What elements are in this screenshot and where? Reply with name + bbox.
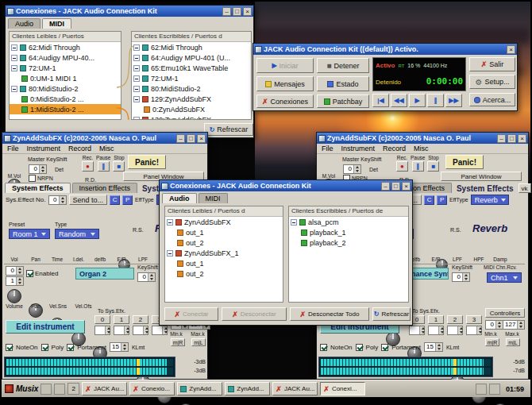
sys-efx-amount-spinner[interactable] <box>133 326 148 335</box>
file-manager-icon[interactable] <box>54 384 65 395</box>
tree-item[interactable]: out_1 <box>165 258 283 268</box>
panic-button[interactable]: Panic! <box>445 155 484 169</box>
maximize-button[interactable]: □ <box>391 182 400 191</box>
tree-item[interactable]: ZynAddSubFX_1 <box>165 248 283 258</box>
virtual-keyboard-button[interactable]: vk <box>519 183 531 193</box>
collapse-icon[interactable] <box>291 219 297 226</box>
tab-midi[interactable]: MIDI <box>42 18 71 29</box>
sys-efx-button[interactable]: 0 <box>94 315 110 324</box>
refresh-button[interactable]: ↻Refrescar <box>204 123 253 136</box>
sys-effect-no-spinner[interactable]: 0 <box>48 195 67 205</box>
menu-record[interactable]: Record <box>383 145 406 152</box>
stop-button[interactable]: ■ <box>113 161 125 172</box>
menu-misc[interactable]: Misc <box>99 145 114 152</box>
collapse-icon[interactable] <box>133 65 140 71</box>
efftype-dropdown[interactable]: Reverb <box>471 195 509 205</box>
tree-item[interactable]: 0:ZynAddSubFX <box>132 104 251 114</box>
volume-icon[interactable] <box>476 384 487 395</box>
collapse-icon[interactable] <box>11 55 17 61</box>
sys-efx-amount-spinner[interactable] <box>152 326 168 335</box>
connections-button[interactable]: ✗Conexiones <box>256 94 314 108</box>
collapse-icon[interactable] <box>133 96 140 102</box>
tree-item[interactable]: out_1 <box>165 227 283 237</box>
setup-button[interactable]: ⚙Setup... <box>469 75 515 89</box>
tree-item[interactable]: 64:Audigy MPU-401 (U... <box>132 52 251 63</box>
pause-button[interactable]: ∥ <box>412 161 424 172</box>
min-key-set-button[interactable]: m|R <box>171 338 185 346</box>
menu-instrument[interactable]: Instrument <box>27 145 61 152</box>
max-key-set-button[interactable]: m|L <box>506 338 520 346</box>
musix-logo-icon[interactable] <box>5 384 13 393</box>
minimize-button[interactable]: – <box>381 182 390 191</box>
taskbar-item-connections-active[interactable]: ✗Conexi... <box>320 382 365 395</box>
sys-efx-amount-spinner[interactable] <box>409 326 425 335</box>
menu-file[interactable]: File <box>7 145 19 152</box>
tree-item[interactable]: ZynAddSubFX <box>165 217 283 227</box>
nrpn-checkbox[interactable] <box>29 175 36 182</box>
stop-button[interactable]: ■ <box>427 161 439 172</box>
fx-knob[interactable] <box>7 289 21 303</box>
tree-item[interactable]: alsa_pcm <box>289 217 408 227</box>
master-keyshift-spinner[interactable]: 0 <box>343 164 361 174</box>
minimize-button[interactable]: – <box>497 134 506 143</box>
enabled-checkbox[interactable] <box>26 270 33 277</box>
instrument-name-button[interactable]: Organ 2 <box>75 268 134 280</box>
key-limit-spinner[interactable]: 15 <box>424 342 443 352</box>
start-button[interactable]: ▶Iniciar <box>256 58 314 73</box>
workspace-pager[interactable]: 2 <box>67 383 79 395</box>
sys-efx-button[interactable]: 2 <box>447 315 463 324</box>
titlebar[interactable]: ZynAddSubFX (c)2002-2005 Nasca O. Paul –… <box>317 133 528 144</box>
tree-item[interactable]: 62:Midi Through <box>10 42 121 52</box>
patchbay-button[interactable]: Patchbay <box>317 94 369 108</box>
rewind-button[interactable]: ◀◀ <box>391 94 407 107</box>
tree-item[interactable]: 80:MidiStudio-2 <box>132 83 251 94</box>
sys-efx-button[interactable]: 3 <box>466 315 482 324</box>
sys-efx-amount-spinner[interactable] <box>466 326 482 335</box>
play-button[interactable]: ▶ <box>409 94 426 107</box>
titlebar[interactable]: JACK Audio Connection Kit ((default)) Ac… <box>253 44 517 55</box>
sys-efx-amount-spinner[interactable] <box>94 326 110 335</box>
show-desktop-icon[interactable] <box>40 384 52 395</box>
pause-button[interactable]: ∥ <box>427 94 444 107</box>
tree-item[interactable]: 130:ZynAddSubFX <box>132 114 251 120</box>
taskbar-item-zyn[interactable]: ZynAdd... <box>225 382 270 395</box>
pause-button[interactable]: ∥ <box>98 161 110 172</box>
tree-item[interactable]: 129:ZynAddSubFX <box>132 94 251 104</box>
refresh-button[interactable]: ↻Refrescar <box>372 307 411 321</box>
tree-item-selected[interactable]: 1:MidiStudio-2 ... <box>10 104 121 114</box>
collapse-icon[interactable] <box>11 86 17 92</box>
record-button[interactable]: ● <box>396 161 408 172</box>
sys-efx-button[interactable]: 2 <box>133 315 148 324</box>
paste-button[interactable]: P <box>437 195 447 205</box>
sys-efx-amount-spinner[interactable] <box>428 326 444 335</box>
close-button[interactable]: × <box>518 134 526 143</box>
send-to-button[interactable]: Send to... <box>69 195 108 205</box>
close-button[interactable]: × <box>507 45 515 54</box>
close-button[interactable]: × <box>402 182 411 191</box>
collapse-icon[interactable] <box>133 44 140 51</box>
collapse-icon[interactable] <box>167 219 173 226</box>
menu-misc[interactable]: Misc <box>414 145 429 152</box>
controllers-button[interactable]: Controllers <box>485 308 525 318</box>
disconnect-all-button[interactable]: ✗Desconectar Todo <box>290 307 369 321</box>
collapse-icon[interactable] <box>133 86 140 92</box>
sys-efx-amount-spinner[interactable] <box>447 326 463 335</box>
status-button[interactable]: Estado <box>317 76 369 91</box>
tree-item[interactable]: 72:UM-1 <box>132 73 251 83</box>
tree-item[interactable]: 62:Midi Through <box>132 42 251 52</box>
keyboard-layout-icon[interactable] <box>489 384 500 395</box>
poly-checkbox[interactable] <box>356 344 363 351</box>
portamento-checkbox[interactable] <box>67 344 74 351</box>
about-button[interactable]: Acerca... <box>469 93 515 106</box>
menu-file[interactable]: File <box>322 145 333 152</box>
clock[interactable]: 01:59 <box>503 385 527 393</box>
taskbar-item-jack[interactable]: ✗JACK Au... <box>272 382 318 395</box>
taskbar-item-connections[interactable]: ✗Conexio... <box>129 382 175 395</box>
titlebar[interactable]: Conexiones - JACK Audio Connection Kit –… <box>6 6 253 17</box>
min-key-spinner[interactable]: 0 <box>485 320 503 330</box>
quit-button[interactable]: ✗Salir <box>469 57 515 71</box>
type-dropdown[interactable]: Random <box>55 229 99 239</box>
tab-midi[interactable]: MIDI <box>199 193 228 203</box>
paste-button[interactable]: P <box>122 195 133 205</box>
midi-channel-dropdown[interactable]: Chn1 <box>487 272 522 283</box>
